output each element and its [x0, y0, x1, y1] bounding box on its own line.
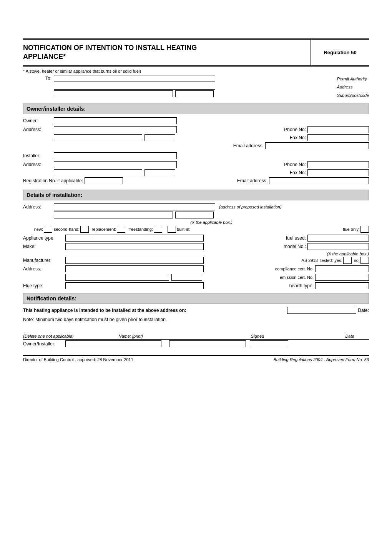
phone-no-label: Phone No: [284, 127, 306, 132]
fuel-used-input[interactable] [307, 235, 369, 242]
footer-left: Director of Building Control - approved:… [23, 357, 133, 362]
replacement-checkbox[interactable] [117, 226, 125, 233]
owner-address-input1[interactable] [54, 126, 177, 133]
installer-fax-input[interactable] [307, 169, 369, 176]
owner-installer-sig-label: Owner/Installer: [23, 341, 65, 347]
email-input[interactable] [265, 142, 369, 149]
sig-date-input[interactable] [250, 340, 288, 347]
installer-address-input2a[interactable] [54, 169, 142, 176]
install-address-input2b[interactable] [175, 212, 214, 218]
owner-address-label: Address: [23, 127, 54, 132]
permit-authority-label: Permit Authority [337, 77, 367, 81]
installer-phone-input[interactable] [307, 161, 369, 168]
owner-label: Owner: [23, 118, 54, 123]
second-hand-checkbox[interactable] [80, 226, 89, 233]
fuel-used-label: fuel used: [286, 235, 306, 241]
x-applicable-note2: (X the applicable box.) [23, 252, 369, 256]
owner-address-input2b[interactable] [145, 134, 175, 141]
to-permit-input[interactable] [54, 75, 215, 82]
notification-form: This heating appliance is intended to be… [23, 307, 369, 322]
fax-no-label: Fax No: [290, 135, 306, 140]
to-label: To: [45, 76, 51, 81]
mfr-address-input2b[interactable] [171, 274, 202, 281]
no-label: no: [354, 258, 360, 263]
notif-main-text: This heating appliance is intended to be… [23, 308, 287, 313]
installer-address-input2b[interactable] [145, 169, 175, 176]
compliance-cert-label: compliance cert. No. [275, 267, 314, 271]
replacement-label: replacement: [92, 227, 116, 232]
flue-type-label: Flue type: [23, 283, 65, 288]
reg-no-label: Registration No. if applicable: [23, 178, 83, 183]
hearth-type-input[interactable] [315, 282, 369, 289]
built-in-cb-left[interactable] [168, 226, 176, 233]
phone-no-input[interactable] [307, 126, 369, 133]
flue-type-input[interactable] [65, 282, 204, 289]
name-header: Name: [print] [77, 334, 184, 338]
built-in-label: built-in: [177, 227, 190, 232]
delete-note: (Delete one not applicable) [23, 334, 77, 338]
footer-right: Building Regulations 2004 - Approved For… [274, 357, 369, 362]
new-label: new: [34, 227, 43, 232]
as2918-label: AS 2918- tested: [302, 258, 333, 263]
fax-no-input[interactable] [307, 134, 369, 141]
no-checkbox[interactable] [360, 257, 369, 264]
make-input[interactable] [65, 243, 204, 250]
owner-installer-form: Owner: Address: Phone No: Fax No: Email … [23, 117, 369, 184]
yes-label: yes: [335, 258, 342, 263]
mfr-address-input1[interactable] [65, 265, 204, 272]
notif-date-input[interactable] [287, 307, 356, 314]
to-suburb-input[interactable] [54, 90, 173, 97]
to-postcode-input[interactable] [175, 90, 214, 97]
install-address-label: Address: [23, 204, 54, 210]
subtitle-note: * A stove, heater or similar appliance t… [23, 69, 369, 73]
proposed-install-note: (address of proposed installation) [219, 205, 282, 209]
emission-cert-input[interactable] [315, 274, 369, 281]
manufacturer-input[interactable] [65, 257, 204, 264]
email-label: Email address: [233, 143, 264, 148]
installation-header: Details of installation: [23, 190, 369, 200]
install-address-input1[interactable] [54, 203, 215, 210]
to-section: * A stove, heater or similar appliance t… [23, 69, 369, 100]
reg-no-input[interactable] [85, 177, 123, 184]
suburb-postcode-label: Suburb/postcode [337, 93, 369, 98]
mfr-address-label: Address: [23, 266, 65, 272]
hearth-type-label: hearth type: [289, 283, 314, 288]
emission-cert-label: emission cert. No. [280, 275, 314, 280]
signed-header: Signed [184, 334, 331, 338]
second-hand-label: second-hand: [54, 227, 80, 232]
to-address-input[interactable] [54, 83, 215, 90]
footer: Director of Building Control - approved:… [23, 355, 369, 362]
installation-form: Address: (address of proposed installati… [23, 203, 369, 289]
notification-header: Notification details: [23, 293, 369, 304]
compliance-cert-input[interactable] [315, 265, 369, 272]
make-label: Make: [23, 244, 65, 249]
installer-input[interactable] [54, 152, 177, 159]
mfr-address-input2a[interactable] [65, 274, 169, 281]
owner-address-input2a[interactable] [54, 134, 142, 141]
install-address-input2a[interactable] [54, 212, 173, 218]
regulation-label: Regulation 50 [311, 40, 369, 65]
installer-email-input[interactable] [269, 177, 369, 184]
installer-label: Installer: [23, 153, 54, 158]
owner-input[interactable] [54, 117, 177, 124]
owner-installer-header: Owner/installer details: [23, 103, 369, 114]
note-text: Note: Minimum two days notification must… [23, 317, 167, 322]
date-label: Date: [358, 308, 369, 313]
model-no-input[interactable] [307, 243, 369, 250]
flue-only-checkbox[interactable] [360, 226, 369, 233]
flue-only-label: flue only: [343, 227, 360, 232]
address-label-right: Address [337, 85, 352, 89]
installer-email-label: Email address: [237, 178, 267, 183]
date-header: Date [331, 334, 369, 338]
page-header: NOTIFICATION OF INTENTION TO INSTALL HEA… [23, 38, 369, 67]
installer-address-label: Address: [23, 162, 54, 167]
appliance-type-input[interactable] [65, 235, 204, 242]
new-checkbox[interactable] [44, 226, 52, 233]
sig-name-input[interactable] [65, 340, 161, 347]
sig-signed-input[interactable] [169, 340, 246, 347]
installer-phone-label: Phone No: [284, 162, 306, 167]
x-applicable-note: (X the applicable box.) [23, 220, 369, 225]
freestanding-checkbox[interactable] [154, 226, 162, 233]
yes-checkbox[interactable] [343, 257, 352, 264]
installer-address-input1[interactable] [54, 161, 177, 168]
